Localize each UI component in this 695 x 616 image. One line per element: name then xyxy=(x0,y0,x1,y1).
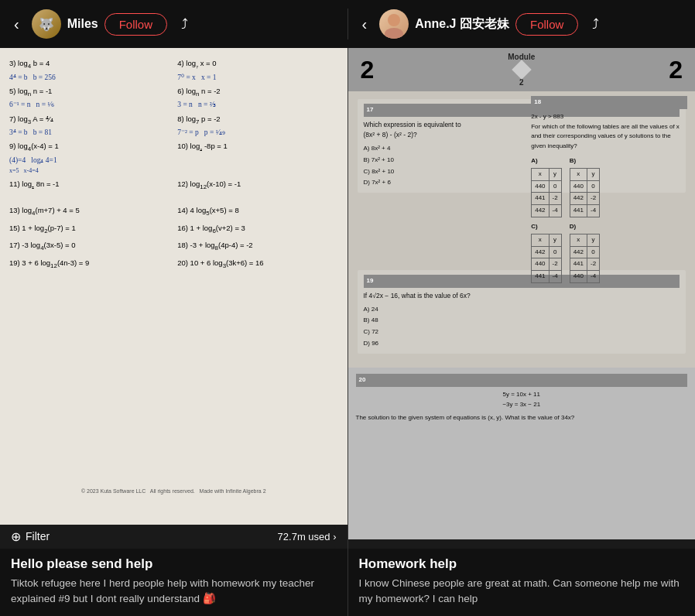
left-bottom-bar: ⊕ Filter 72.7m used › xyxy=(0,525,348,549)
module-num-left: 2 xyxy=(361,56,375,84)
problem-18: 18) -3 + log8(4p-4) = -2 xyxy=(177,239,337,254)
q19-option-c: C) 72 xyxy=(364,327,680,337)
q19-option-b: B) 48 xyxy=(364,316,680,326)
worksheet-footer: © 2023 Kuta Software LLC All rights rese… xyxy=(0,488,348,494)
svg-point-1 xyxy=(385,28,403,39)
problem-9: 9) log4(x-4) = 1 (4)=4 log₄ 4=1 x=5 x-4=… xyxy=(9,140,169,176)
left-avatar: 🐺 xyxy=(32,9,61,39)
module-num-right: 2 xyxy=(669,56,683,84)
q18-table-b: B) xy 4400 442-2 441-4 xyxy=(570,156,600,219)
q19-text: If 4√2x − 16, what is the value of 6x? xyxy=(364,291,680,302)
q18-header: 18 xyxy=(531,96,687,109)
q18-table-a: A) xy 4400 441-2 442-4 xyxy=(531,156,561,219)
module-label-block: Module 2 xyxy=(508,53,535,87)
problem-20: 20) 10 + 6 log3(3k+6) = 16 xyxy=(177,257,337,272)
q18-table-c: C) xy 4420 440-2 441-4 xyxy=(531,222,561,285)
problem-3: 3) log4 b = 4 4⁴ = b b = 256 xyxy=(9,57,169,84)
left-share-icon[interactable]: ⤴ xyxy=(173,13,196,36)
filter-label: Filter xyxy=(26,530,50,542)
question-18: 18 2x - y > 883For which of the followin… xyxy=(531,96,687,285)
right-back-arrow[interactable]: ‹ xyxy=(356,12,374,36)
q19-option-d: D) 96 xyxy=(364,339,680,349)
top-bar: ‹ 🐺 Miles Follow ⤴ ‹ Anne.J 囧安老妹 Follow … xyxy=(0,0,695,48)
problem-7: 7) log3 A = ⁴⁄₄ 3⁴ = b b = 81 xyxy=(9,113,169,139)
left-caption-title: Hello please send help xyxy=(11,556,337,572)
problem-15: 15) 1 + log2(p-7) = 1 xyxy=(9,222,169,237)
storage-info: 72.7m used › xyxy=(278,531,337,542)
left-follow-button[interactable]: Follow xyxy=(104,13,167,36)
problem-17: 17) -3 log4(3x-5) = 0 xyxy=(9,239,169,254)
q18-text: 2x - y > 883For which of the following t… xyxy=(531,112,687,152)
filter-button[interactable]: ⊕ Filter xyxy=(11,529,50,544)
left-username: Miles xyxy=(67,17,98,31)
problem-11: 11) log₂ 8n = -1 xyxy=(9,178,169,193)
storage-used: 72.7m used xyxy=(278,531,330,542)
problem-5: 5) logn n = -1 6⁻¹ = n n = ¹⁄₆ xyxy=(9,85,169,111)
left-panel: 3) log4 b = 4 4⁴ = b b = 256 4) log₇ x =… xyxy=(0,48,348,616)
right-avatar xyxy=(379,9,409,39)
problem-10: 10) log₄ -8p = 1 xyxy=(177,140,337,176)
right-username: Anne.J 囧安老妹 xyxy=(415,16,509,33)
problem-8: 8) log7 p = -2 7⁻² = p p = ¹⁄₄₉ xyxy=(177,113,337,139)
module-header: 2 Module 2 2 xyxy=(348,48,696,91)
q19-option-a: A) 24 xyxy=(364,305,680,315)
q18-tables-cd: C) xy 4420 440-2 441-4 D) xy xyxy=(531,222,687,285)
right-questions-area: 17 Which expression is equivalent to(8x²… xyxy=(348,91,696,368)
right-caption-text: I know Chinese people are great at math.… xyxy=(359,576,685,607)
problem-4: 4) log₇ x = 0 7⁰ = x x = 1 xyxy=(177,57,337,84)
q18-tables: A) xy 4400 441-2 442-4 B) xy xyxy=(531,156,687,219)
left-caption-text: Tiktok refugee here I herd people help w… xyxy=(11,576,337,607)
right-panel: 2 Module 2 2 17 Which expression is equi… xyxy=(348,48,696,616)
worksheet-image: 3) log4 b = 4 4⁴ = b b = 256 4) log₇ x =… xyxy=(0,48,348,525)
problem-13: 13) log4(m+7) + 4 = 5 xyxy=(9,204,169,219)
right-share-icon[interactable]: ⤴ xyxy=(584,13,607,36)
left-user-section: ‹ 🐺 Miles Follow ⤴ xyxy=(0,9,348,39)
problem-12: 12) log12(x-10) = -1 xyxy=(177,178,337,193)
q18-table-d: D) xy 4420 441-2 440-4 xyxy=(570,222,600,285)
right-worksheet-area: 2 Module 2 2 17 Which expression is equi… xyxy=(348,48,696,539)
right-caption-title: Homework help xyxy=(359,556,685,572)
problem-19: 19) 3 + 6 log12(4n-3) = 9 xyxy=(9,257,169,272)
left-worksheet: 3) log4 b = 4 4⁴ = b b = 256 4) log₇ x =… xyxy=(0,48,348,525)
problem-14: 14) 4 log5(x+5) = 8 xyxy=(177,204,337,219)
content-area: 3) log4 b = 4 4⁴ = b b = 256 4) log₇ x =… xyxy=(0,48,695,616)
diamond-icon xyxy=(512,60,531,79)
right-user-section: ‹ Anne.J 囧安老妹 Follow ⤴ xyxy=(348,9,696,39)
storage-arrow: › xyxy=(333,531,336,542)
left-caption: Hello please send help Tiktok refugee he… xyxy=(0,549,348,617)
filter-icon: ⊕ xyxy=(11,529,21,544)
right-follow-button[interactable]: Follow xyxy=(515,13,578,36)
left-back-arrow[interactable]: ‹ xyxy=(8,12,26,36)
right-bottom-bar xyxy=(348,539,696,549)
svg-point-0 xyxy=(388,14,400,26)
q19-options: A) 24 B) 48 C) 72 D) 96 xyxy=(364,305,680,349)
problem-6: 6) logn n = -2 3 = n n = ²⁄₃ xyxy=(177,85,337,111)
problem-16: 16) 1 + log6(v+2) = 3 xyxy=(177,222,337,237)
right-caption: Homework help I know Chinese people are … xyxy=(348,549,696,617)
